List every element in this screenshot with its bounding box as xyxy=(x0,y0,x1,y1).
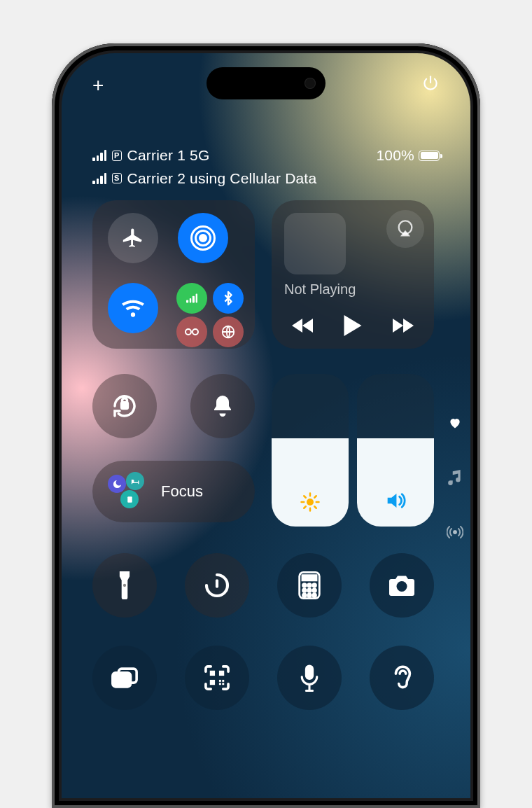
previous-track-button[interactable] xyxy=(292,317,313,334)
music-note-icon xyxy=(448,469,462,486)
airdrop-toggle[interactable] xyxy=(178,213,228,263)
page-indicators[interactable] xyxy=(447,416,463,539)
camera-button[interactable] xyxy=(370,553,434,618)
qr-code-icon xyxy=(204,664,230,691)
media-module[interactable]: Not Playing xyxy=(272,200,434,349)
wifi-toggle[interactable] xyxy=(108,283,158,333)
timer-button[interactable] xyxy=(185,553,249,618)
brightness-slider[interactable] xyxy=(272,374,349,527)
forward-icon xyxy=(393,317,414,334)
svg-rect-28 xyxy=(219,680,221,682)
svg-point-3 xyxy=(186,329,191,335)
control-center: Not Playing xyxy=(92,200,440,798)
moon-icon xyxy=(108,475,126,493)
svg-point-15 xyxy=(313,584,316,587)
radio-waves-icon xyxy=(447,525,463,539)
hotspot-icon xyxy=(183,323,200,340)
hotspot-toggle[interactable] xyxy=(176,316,207,347)
ear-icon xyxy=(390,664,414,692)
sleep-icon xyxy=(120,490,139,508)
svg-rect-30 xyxy=(219,683,221,685)
globe-icon xyxy=(220,324,236,340)
play-button[interactable] xyxy=(344,315,362,336)
plus-icon: + xyxy=(92,74,104,96)
svg-rect-29 xyxy=(222,680,224,682)
svg-point-9 xyxy=(307,499,314,506)
airplane-mode-toggle[interactable] xyxy=(108,213,158,263)
svg-point-21 xyxy=(313,594,316,597)
bluetooth-icon xyxy=(220,291,236,306)
svg-point-10 xyxy=(123,584,126,587)
power-icon xyxy=(421,74,440,92)
airplay-button[interactable] xyxy=(386,210,424,248)
calculator-icon xyxy=(298,571,321,599)
rewind-icon xyxy=(292,317,313,334)
control-center-screen: + P Carrier 1 5G S Carrier 2 using Cellu… xyxy=(62,53,470,798)
svg-point-16 xyxy=(303,589,307,592)
cellular-toggle[interactable] xyxy=(176,283,207,314)
brightness-level xyxy=(272,438,349,527)
next-track-button[interactable] xyxy=(393,317,414,334)
svg-point-18 xyxy=(313,589,316,592)
svg-point-13 xyxy=(303,584,307,587)
svg-rect-8 xyxy=(127,496,132,503)
screen-mirroring-icon xyxy=(111,666,139,690)
signal-bars-icon xyxy=(92,173,106,184)
now-playing-artwork xyxy=(284,213,346,274)
cellular-bars-icon xyxy=(186,294,197,303)
connectivity-page-dot[interactable] xyxy=(447,525,463,539)
phone-frame: + P Carrier 1 5G S Carrier 2 using Cellu… xyxy=(52,43,480,808)
focus-mode-icons xyxy=(108,472,151,511)
focus-label: Focus xyxy=(161,482,203,501)
svg-rect-23 xyxy=(113,673,131,687)
screen-mirroring-button[interactable] xyxy=(92,646,157,710)
satellite-toggle[interactable] xyxy=(213,316,244,347)
carrier-2-label: Carrier 2 using Cellular Data xyxy=(127,167,317,190)
svg-point-20 xyxy=(308,594,312,597)
camera-icon xyxy=(387,573,416,597)
sim-primary-badge: P xyxy=(112,151,122,161)
connectivity-module[interactable] xyxy=(92,200,255,349)
top-controls: + xyxy=(62,74,470,97)
airplane-icon xyxy=(121,226,145,250)
svg-point-17 xyxy=(308,589,312,592)
hearing-button[interactable] xyxy=(370,646,434,710)
svg-rect-31 xyxy=(222,683,224,685)
play-icon xyxy=(344,315,362,336)
svg-point-0 xyxy=(200,235,206,242)
battery-status: 100% xyxy=(376,144,440,167)
heart-icon xyxy=(448,416,462,430)
svg-point-22 xyxy=(397,581,407,592)
status-line-2: S Carrier 2 using Cellular Data xyxy=(92,167,440,190)
silent-mode-toggle[interactable] xyxy=(190,374,255,438)
sun-icon xyxy=(272,492,349,513)
bed-icon xyxy=(126,472,144,490)
svg-rect-27 xyxy=(210,680,215,685)
status-bar: P Carrier 1 5G S Carrier 2 using Cellula… xyxy=(92,144,440,190)
music-page-dot[interactable] xyxy=(448,469,462,486)
airdrop-icon xyxy=(190,225,216,251)
qr-scanner-button[interactable] xyxy=(185,646,249,710)
orientation-lock-icon xyxy=(110,391,139,421)
svg-point-14 xyxy=(308,584,312,587)
orientation-lock-toggle[interactable] xyxy=(92,374,157,438)
favorites-page-dot[interactable] xyxy=(448,416,462,430)
wifi-icon xyxy=(120,295,146,321)
speaker-icon xyxy=(357,489,434,513)
bell-icon xyxy=(210,393,235,419)
sim-secondary-badge: S xyxy=(112,173,122,183)
calculator-button[interactable] xyxy=(277,553,342,618)
microphone-button[interactable] xyxy=(277,646,342,710)
flashlight-button[interactable] xyxy=(92,553,157,618)
add-controls-button[interactable]: + xyxy=(92,74,104,97)
battery-percent: 100% xyxy=(376,144,414,167)
carrier-1-label: Carrier 1 5G xyxy=(127,144,210,167)
volume-level xyxy=(357,438,434,527)
svg-point-33 xyxy=(454,531,456,534)
bluetooth-toggle[interactable] xyxy=(213,283,244,314)
flashlight-icon xyxy=(113,571,136,599)
power-button[interactable] xyxy=(421,74,440,97)
focus-module[interactable]: Focus xyxy=(92,461,255,522)
volume-slider[interactable] xyxy=(357,374,434,527)
svg-point-19 xyxy=(303,594,307,597)
